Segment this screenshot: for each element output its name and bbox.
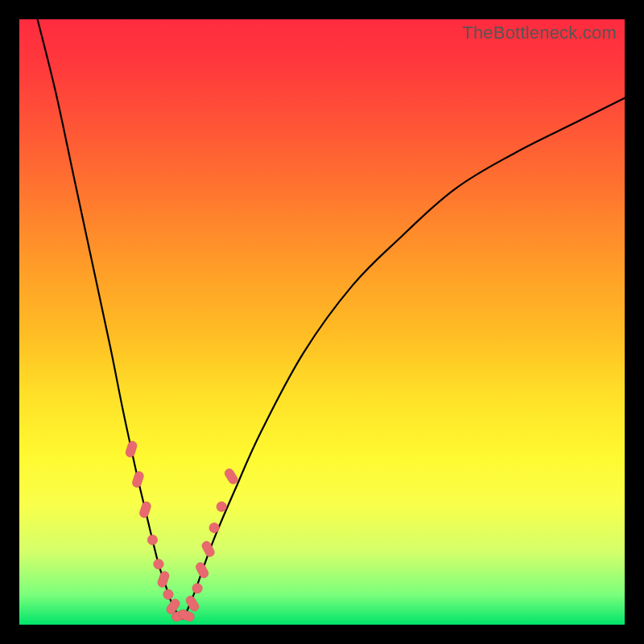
data-pill <box>138 501 152 518</box>
marker-group <box>125 440 239 623</box>
data-bead <box>154 559 163 569</box>
curve-group <box>38 19 625 619</box>
data-pill <box>200 540 216 559</box>
data-bead <box>192 584 202 593</box>
data-pill <box>223 467 239 485</box>
bottleneck-curve <box>19 19 625 625</box>
data-pill <box>195 561 210 580</box>
data-pill <box>125 440 138 458</box>
data-bead <box>217 502 226 511</box>
data-pill <box>131 470 145 488</box>
plot-area: TheBottleneck.com <box>19 19 625 625</box>
v-curve <box>38 19 625 619</box>
data-bead <box>209 522 219 532</box>
data-pill <box>156 570 170 588</box>
data-bead <box>147 535 157 545</box>
data-bead <box>163 589 173 599</box>
chart-frame: TheBottleneck.com <box>0 0 644 644</box>
